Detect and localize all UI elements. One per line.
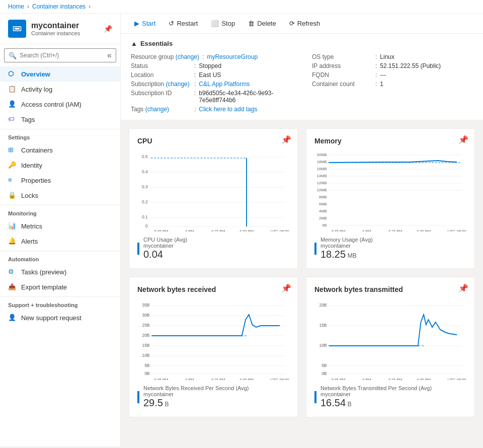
value-status: Stopped	[199, 62, 221, 69]
label-sub-id: Subscription ID	[131, 90, 191, 97]
cpu-chart-title: CPU	[137, 137, 289, 145]
svg-text:14MB: 14MB	[317, 174, 327, 178]
svg-text:2MB: 2MB	[319, 216, 327, 220]
delete-button[interactable]: 🗑 Delete	[243, 17, 282, 30]
essentials-left: Resource group (change) : myResourceGrou…	[131, 52, 292, 114]
sidebar-item-overview[interactable]: ⬡ Overview	[0, 66, 120, 82]
sidebar-item-containers[interactable]: ⊞ Containers	[0, 142, 120, 158]
net-recv-pin-button[interactable]: 📌	[281, 283, 291, 293]
sidebar-item-metrics[interactable]: 📊 Metrics	[0, 218, 120, 234]
svg-text:4 PM: 4 PM	[362, 229, 371, 232]
delete-label: Delete	[257, 20, 276, 27]
sidebar-item-access-control[interactable]: 👤 Access control (IAM)	[0, 97, 120, 112]
svg-text:UTC-08:00: UTC-08:00	[271, 378, 289, 380]
net-trans-legend-sublabel: mycontainer	[320, 391, 432, 397]
net-recv-legend-sublabel: mycontainer	[143, 391, 249, 397]
cpu-chart-legend: CPU Usage (Avg) mycontainer 0.04	[137, 237, 289, 260]
value-resource-group[interactable]: myResourceGroup	[207, 53, 258, 60]
memory-legend-label: Memory Usage (Avg)	[320, 237, 373, 243]
breadcrumb-container-instances[interactable]: Container instances	[32, 3, 86, 10]
svg-text:0.3: 0.3	[142, 184, 148, 189]
net-trans-legend-text-group: Network Bytes Transmitted Per Second (Av…	[320, 385, 432, 409]
svg-text:4 PM: 4 PM	[362, 378, 371, 380]
sidebar-item-tags[interactable]: 🏷 Tags	[0, 112, 120, 127]
search-box[interactable]: 🔍 «	[4, 48, 116, 62]
value-tags[interactable]: Click here to add tags	[199, 106, 257, 113]
charts-row-1: CPU 📌 0.5 0.4 0.3 0.2 0.1 0	[129, 128, 475, 269]
svg-text:4:15 PM: 4:15 PM	[388, 378, 402, 380]
svg-text:8MB: 8MB	[319, 195, 327, 199]
change-tags-link[interactable]: (change)	[145, 106, 169, 113]
restart-button[interactable]: ↺ Restart	[163, 17, 203, 30]
net-recv-chart-svg: 35B 30B 25B 20B 15B 10B 5B 0B	[137, 300, 289, 380]
value-subscription[interactable]: C&L App Platforms	[199, 81, 250, 88]
essentials-row-tags: Tags (change) : Click here to add tags	[131, 105, 292, 114]
svg-text:4MB: 4MB	[319, 209, 327, 213]
containers-icon: ⊞	[8, 146, 16, 154]
svg-text:10B: 10B	[142, 353, 149, 358]
properties-icon: ≡	[8, 176, 16, 184]
cpu-legend-sublabel: mycontainer	[143, 243, 187, 249]
net-trans-chart-svg: 20B 15B 10B 5B 0B	[314, 300, 466, 380]
pin-icon[interactable]: 📌	[104, 25, 112, 33]
svg-text:UTC-08:00: UTC-08:00	[448, 378, 466, 380]
start-button[interactable]: ▶ Start	[129, 17, 161, 30]
value-os-type: Linux	[380, 53, 394, 60]
section-settings: Settings	[0, 129, 120, 142]
resource-title: mycontainer	[31, 21, 80, 30]
main-content: ▶ Start ↺ Restart ⬜ Stop 🗑 Delete ⟳ Refr…	[121, 14, 483, 446]
memory-chart-svg: 20MB 18MB 16MB 14MB 12MB 10MB 8MB 6MB 4M…	[314, 151, 466, 232]
label-ip: IP address	[312, 62, 372, 69]
sidebar-item-tasks[interactable]: ⚙ Tasks (preview)	[0, 264, 120, 279]
memory-pin-button[interactable]: 📌	[458, 135, 468, 144]
cpu-chart: 0.5 0.4 0.3 0.2 0.1 0	[137, 151, 289, 232]
value-fqdn: ---	[380, 71, 386, 79]
essentials-collapse-icon: ▲	[131, 40, 137, 47]
svg-text:4 PM: 4 PM	[185, 378, 194, 380]
collapse-sidebar-btn[interactable]: «	[107, 51, 112, 60]
change-rg-link[interactable]: (change)	[176, 53, 199, 60]
svg-text:4 PM: 4 PM	[185, 229, 194, 232]
cpu-pin-button[interactable]: 📌	[281, 135, 291, 144]
essentials-row-fqdn: FQDN : ---	[312, 70, 473, 80]
svg-text:4:30 PM: 4:30 PM	[239, 378, 254, 380]
memory-legend-sublabel: mycontainer	[320, 243, 373, 249]
svg-text:0.4: 0.4	[142, 169, 148, 174]
essentials-row-rg: Resource group (change) : myResourceGrou…	[131, 52, 292, 61]
sidebar-item-locks[interactable]: 🔒 Locks	[0, 188, 120, 203]
breadcrumb-home[interactable]: Home	[8, 3, 24, 10]
svg-text:UTC-08:00: UTC-08:00	[448, 229, 466, 232]
memory-legend-unit: MB	[348, 252, 357, 259]
svg-text:5B: 5B	[321, 363, 327, 368]
net-trans-legend-bar	[314, 391, 316, 403]
breadcrumb-sep1: ›	[27, 3, 29, 10]
sidebar: mycontainer Container instances 📌 🔍 « ⬡ …	[0, 14, 121, 446]
net-trans-chart-legend: Network Bytes Transmitted Per Second (Av…	[314, 385, 466, 409]
charts-row-2: Network bytes received 📌 35B 30B 25B 20B…	[129, 277, 475, 417]
stop-button[interactable]: ⬜ Stop	[205, 17, 240, 30]
refresh-button[interactable]: ⟳ Refresh	[284, 17, 326, 30]
svg-text:0.2: 0.2	[142, 199, 148, 204]
svg-text:0.5: 0.5	[142, 154, 148, 159]
svg-text:15B: 15B	[142, 343, 149, 348]
svg-text:12MB: 12MB	[317, 181, 327, 185]
sidebar-item-properties[interactable]: ≡ Properties	[0, 173, 120, 188]
activity-log-icon: 📋	[8, 85, 16, 93]
search-input[interactable]	[20, 52, 104, 59]
sidebar-item-activity-log[interactable]: 📋 Activity log	[0, 82, 120, 97]
sidebar-item-alerts[interactable]: 🔔 Alerts	[0, 234, 120, 249]
net-recv-legend-value: 29.5	[143, 397, 163, 408]
sidebar-item-identity[interactable]: 🔑 Identity	[0, 158, 120, 173]
sidebar-item-new-support[interactable]: 👤 New support request	[0, 310, 120, 325]
sidebar-item-export[interactable]: 📤 Export template	[0, 279, 120, 294]
svg-text:4:15 PM: 4:15 PM	[211, 378, 225, 380]
refresh-label: Refresh	[297, 20, 320, 27]
change-sub-link[interactable]: (change)	[166, 81, 189, 88]
svg-text:20B: 20B	[319, 303, 327, 308]
svg-text:10MB: 10MB	[317, 188, 327, 192]
net-recv-chart: 35B 30B 25B 20B 15B 10B 5B 0B	[137, 300, 289, 380]
net-trans-chart-card: Network bytes transmitted 📌 20B 15B 10B …	[306, 277, 475, 417]
essentials-header[interactable]: ▲ Essentials	[131, 40, 473, 47]
sidebar-header: mycontainer Container instances 📌	[0, 14, 120, 44]
net-trans-pin-button[interactable]: 📌	[458, 283, 468, 293]
